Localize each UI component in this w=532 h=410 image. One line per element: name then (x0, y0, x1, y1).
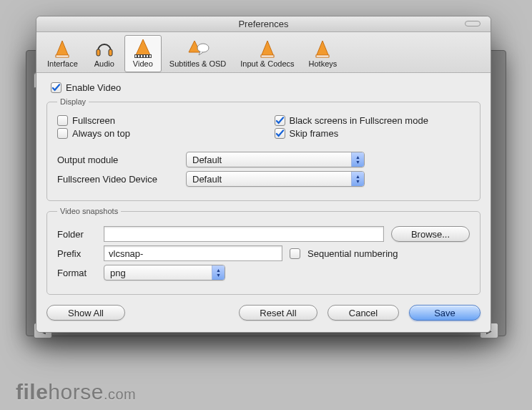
output-module-label: Output module (57, 155, 179, 165)
svg-rect-6 (135, 55, 137, 57)
format-label: Format (57, 268, 97, 278)
svg-rect-5 (134, 54, 152, 58)
svg-rect-15 (261, 55, 274, 57)
folder-input[interactable] (104, 226, 384, 242)
fullscreen-checkbox[interactable] (57, 115, 68, 126)
svg-marker-0 (56, 41, 69, 57)
fullscreen-label: Fullscreen (72, 115, 115, 126)
stepper-icon: ▲▼ (351, 172, 364, 186)
svg-marker-16 (316, 41, 329, 57)
svg-rect-11 (149, 55, 151, 57)
prefix-input[interactable]: vlcsnap- (104, 245, 282, 261)
display-legend: Display (57, 97, 89, 106)
tab-video[interactable]: Video (124, 35, 162, 72)
stepper-icon: ▲▼ (351, 152, 364, 167)
cancel-button[interactable]: Cancel (327, 305, 399, 321)
titlebar-pill-icon[interactable] (465, 21, 481, 26)
black-screens-checkbox[interactable] (275, 115, 285, 126)
reset-all-button[interactable]: Reset All (239, 305, 317, 321)
svg-marker-14 (261, 41, 274, 57)
svg-rect-17 (316, 55, 329, 57)
tab-input-codecs[interactable]: Input & Codecs (234, 35, 300, 72)
skip-frames-label: Skip frames (290, 128, 339, 139)
svg-rect-2 (97, 49, 100, 56)
enable-video-label: Enable Video (66, 82, 121, 93)
svg-rect-10 (147, 55, 148, 57)
snapshots-group: Video snapshots Folder Browse... Prefix … (46, 207, 481, 295)
tab-hotkeys[interactable]: Hotkeys (302, 35, 344, 72)
tab-interface[interactable]: Interface (41, 35, 84, 72)
browse-button[interactable]: Browse... (391, 226, 470, 242)
fs-device-select[interactable]: Default ▲▼ (186, 171, 365, 187)
fs-device-label: Fullscreen Video Device (57, 174, 179, 185)
folder-label: Folder (57, 229, 97, 240)
show-all-button[interactable]: Show All (46, 305, 125, 321)
svg-rect-3 (109, 49, 112, 56)
svg-rect-1 (56, 55, 69, 57)
stepper-icon: ▲▼ (212, 265, 225, 280)
sequential-label: Sequential numbering (307, 248, 398, 259)
skip-frames-checkbox[interactable] (275, 128, 285, 139)
content-pane: Enable Video Display Fullscreen (36, 73, 491, 332)
window-title: Preferences (238, 19, 288, 29)
preferences-window: Preferences Interface Audio Video Subtit… (36, 16, 491, 333)
svg-rect-9 (144, 55, 145, 57)
output-module-select[interactable]: Default ▲▼ (186, 152, 365, 167)
enable-video-checkbox[interactable] (51, 82, 61, 93)
always-on-top-checkbox[interactable] (57, 128, 68, 139)
watermark: filehorse.com (16, 380, 136, 404)
always-on-top-label: Always on top (72, 128, 130, 139)
svg-point-13 (197, 44, 209, 52)
button-bar: Show All Reset All Cancel Save (46, 305, 481, 321)
sequential-checkbox[interactable] (290, 248, 300, 259)
svg-marker-4 (136, 39, 150, 55)
prefix-label: Prefix (57, 248, 97, 259)
svg-rect-8 (141, 55, 142, 57)
svg-rect-7 (138, 55, 139, 57)
display-group: Display Fullscreen Always on top (46, 97, 481, 201)
titlebar: Preferences (36, 16, 491, 32)
save-button[interactable]: Save (409, 305, 481, 321)
tab-audio[interactable]: Audio (86, 35, 123, 72)
tab-subtitles[interactable]: Subtitles & OSD (163, 35, 232, 72)
format-select[interactable]: png ▲▼ (104, 265, 225, 280)
preferences-toolbar: Interface Audio Video Subtitles & OSD In… (36, 32, 491, 73)
snapshots-legend: Video snapshots (57, 207, 121, 215)
black-screens-label: Black screens in Fullscreen mode (290, 115, 428, 126)
